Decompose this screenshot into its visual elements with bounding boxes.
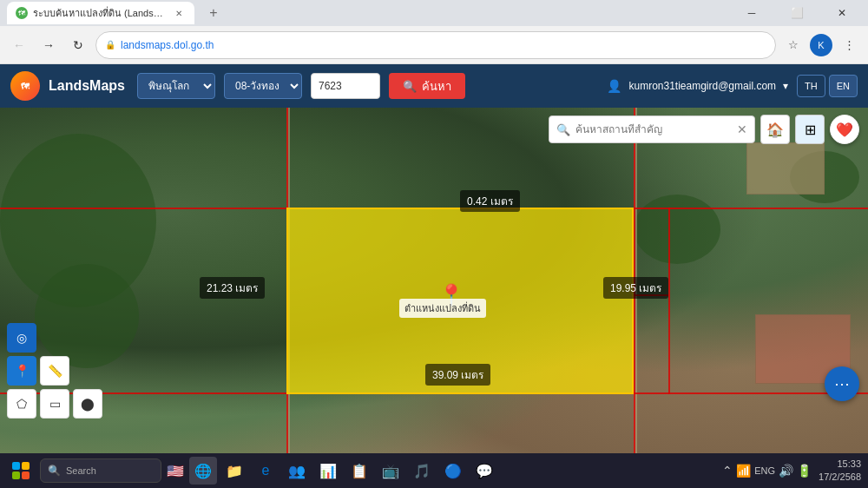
taskbar-app6-icon[interactable]: 📺	[377, 457, 404, 485]
taskbar: 🔍 Search 🇺🇸 🌐 📁 e 👥 📊 📋 📺 🎵 🔵 💬 ⌃ 📶	[0, 453, 868, 488]
taskbar-teams-icon[interactable]: 👥	[283, 457, 311, 485]
tab-title: ระบบค้นหาแปลงที่ดิน (LandsMa...	[33, 5, 163, 21]
parcel-type-label: ตำแหน่งแปลงที่ดิน	[399, 299, 486, 318]
measure-left: 21.23 เมตร	[200, 277, 265, 299]
parcel-number-input[interactable]	[311, 73, 380, 99]
province-select[interactable]: พิษณุโลก	[137, 73, 215, 99]
rectangle-tool-button[interactable]: ▭	[40, 389, 69, 419]
new-tab-button[interactable]: +	[201, 1, 226, 25]
favorites-button[interactable]: ❤️	[830, 115, 859, 144]
system-clock[interactable]: 15:33 17/2/2568	[819, 458, 861, 485]
taskbar-line-icon[interactable]: 💬	[470, 457, 498, 485]
more-options-button[interactable]: ⋯	[825, 366, 859, 401]
user-info: 👤 kumron31tieamgird@gmail.com ▾	[607, 79, 788, 93]
map-tools: ◎ 📍 📏 ⬠ ▭ ⬤	[7, 323, 102, 419]
taskbar-chrome2-icon[interactable]: 🔵	[439, 457, 467, 485]
tool-row-3: ⬠ ▭ ⬤	[7, 389, 102, 419]
user-account-icon: 👤	[607, 79, 621, 93]
network-icon[interactable]: 📶	[736, 464, 751, 478]
profile-button[interactable]: K	[809, 33, 833, 57]
grid-line-v3	[668, 208, 670, 394]
circle-tool-button[interactable]: ⬤	[73, 389, 102, 419]
nav-actions: ☆ K ⋮	[781, 33, 861, 57]
polygon-tool-button[interactable]: ⬠	[7, 389, 36, 419]
address-bar[interactable]: 🔒 landsmaps.dol.go.th	[95, 31, 776, 59]
gps-tool-button[interactable]: ◎	[7, 323, 36, 353]
volume-icon[interactable]: 🔊	[779, 464, 793, 478]
taskbar-folder-icon[interactable]: 📁	[220, 457, 248, 485]
search-button[interactable]: 🔍 ค้นหา	[389, 73, 465, 99]
app-content: 🗺 LandsMaps พิษณุโลก 08-วังทอง 🔍 ค้นหา 👤…	[0, 64, 868, 488]
taskbar-app7-icon[interactable]: 🎵	[408, 457, 436, 485]
forward-button[interactable]: →	[36, 33, 61, 57]
taskbar-chrome-icon[interactable]: 🌐	[189, 457, 217, 485]
measure-bottom: 39.09 เมตร	[425, 364, 490, 386]
browser-frame: 🗺 ระบบค้นหาแปลงที่ดิน (LandsMa... ✕ + ─ …	[0, 0, 868, 488]
app-name: LandsMaps	[49, 78, 125, 94]
taskbar-app5-icon[interactable]: 📋	[345, 457, 373, 485]
app-logo: 🗺	[10, 71, 40, 101]
lang-th-button[interactable]: TH	[797, 75, 825, 97]
taskbar-office-icon[interactable]: 📊	[314, 457, 342, 485]
clock-date: 17/2/2568	[819, 471, 861, 484]
search-button-label: ค้นหา	[422, 77, 451, 96]
nav-bar: ← → ↻ 🔒 landsmaps.dol.go.th ☆ K ⋮	[0, 26, 868, 64]
tool-row-2: 📍 📏	[7, 356, 102, 386]
grid-view-button[interactable]: ⊞	[795, 115, 825, 144]
measure-tool-button[interactable]: 📏	[40, 356, 69, 386]
windows-logo	[12, 462, 30, 479]
back-button[interactable]: ←	[7, 33, 31, 57]
clock-time: 15:33	[819, 458, 861, 471]
taskbar-app-icons: 🌐 📁 e 👥 📊 📋 📺 🎵 🔵 💬	[189, 457, 498, 485]
lang-display: ENG	[754, 465, 775, 476]
location-tool-button[interactable]: 📍	[7, 356, 36, 386]
search-icon: 🔍	[403, 80, 417, 93]
user-email: kumron31tieamgird@gmail.com	[628, 80, 776, 92]
taskbar-search-label: Search	[66, 465, 96, 476]
lang-en-button[interactable]: EN	[829, 75, 858, 97]
map-search-icon: 🔍	[556, 123, 570, 136]
map-search-input[interactable]	[575, 123, 732, 135]
map-toolbar: 🔍 ✕ 🏠 ⊞ ❤️	[549, 115, 859, 144]
user-avatar: K	[810, 34, 832, 56]
bookmark-icon[interactable]: ☆	[781, 33, 806, 57]
tab-favicon: 🗺	[16, 7, 28, 19]
building-1	[746, 142, 825, 195]
language-buttons: TH EN	[797, 75, 858, 97]
app-header: 🗺 LandsMaps พิษณุโลก 08-วังทอง 🔍 ค้นหา 👤…	[0, 64, 868, 108]
logo-text: 🗺	[21, 82, 30, 91]
chevron-up-icon[interactable]: ⌃	[722, 464, 733, 478]
map-search-clear-icon[interactable]: ✕	[737, 122, 747, 136]
tool-row-1: ◎	[7, 323, 102, 353]
map-container[interactable]: 📍 ตำแหน่งแปลงที่ดิน 0.42 เมตร 21.23 เมตร…	[0, 108, 868, 453]
start-button[interactable]	[7, 457, 35, 485]
map-search-box[interactable]: 🔍 ✕	[549, 115, 755, 143]
close-button[interactable]: ✕	[823, 0, 861, 26]
taskbar-right: ⌃ 📶 ENG 🔊 🔋 15:33 17/2/2568	[722, 458, 861, 485]
restore-button[interactable]: ⬜	[778, 0, 816, 26]
dropdown-icon: ▾	[783, 80, 788, 92]
title-bar: 🗺 ระบบค้นหาแปลงที่ดิน (LandsMa... ✕ + ─ …	[0, 0, 868, 26]
tree-cluster-3	[634, 195, 720, 264]
extensions-button[interactable]: ⋮	[837, 33, 861, 57]
home-view-button[interactable]: 🏠	[760, 115, 790, 144]
browser-tab[interactable]: 🗺 ระบบค้นหาแปลงที่ดิน (LandsMa... ✕	[7, 2, 194, 24]
district-select[interactable]: 08-วังทอง	[224, 73, 302, 99]
measure-right: 19.95 เมตร	[603, 277, 668, 299]
minimize-button[interactable]: ─	[733, 0, 771, 26]
taskbar-flag: 🇺🇸	[167, 463, 184, 479]
system-tray: ⌃ 📶 ENG 🔊 🔋	[722, 464, 812, 478]
taskbar-edge-icon[interactable]: e	[252, 457, 279, 485]
tab-close-button[interactable]: ✕	[172, 6, 186, 20]
reload-button[interactable]: ↻	[66, 33, 90, 57]
battery-icon[interactable]: 🔋	[797, 464, 812, 478]
lock-icon: 🔒	[105, 40, 115, 49]
url-display: landsmaps.dol.go.th	[121, 39, 766, 51]
window-controls: ─ ⬜ ✕	[733, 0, 861, 26]
taskbar-search-box[interactable]: 🔍 Search	[40, 458, 161, 483]
measure-top: 0.42 เมตร	[460, 190, 520, 212]
